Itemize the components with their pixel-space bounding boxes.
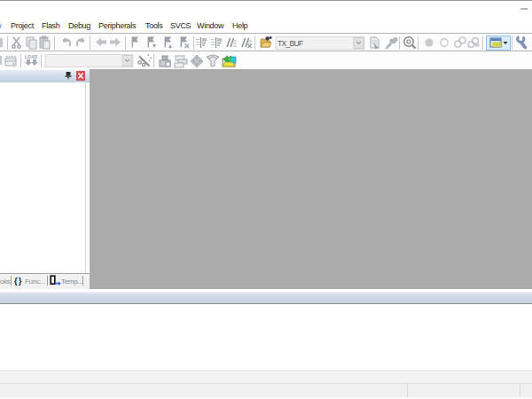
- svg-text:LOAD: LOAD: [25, 54, 38, 59]
